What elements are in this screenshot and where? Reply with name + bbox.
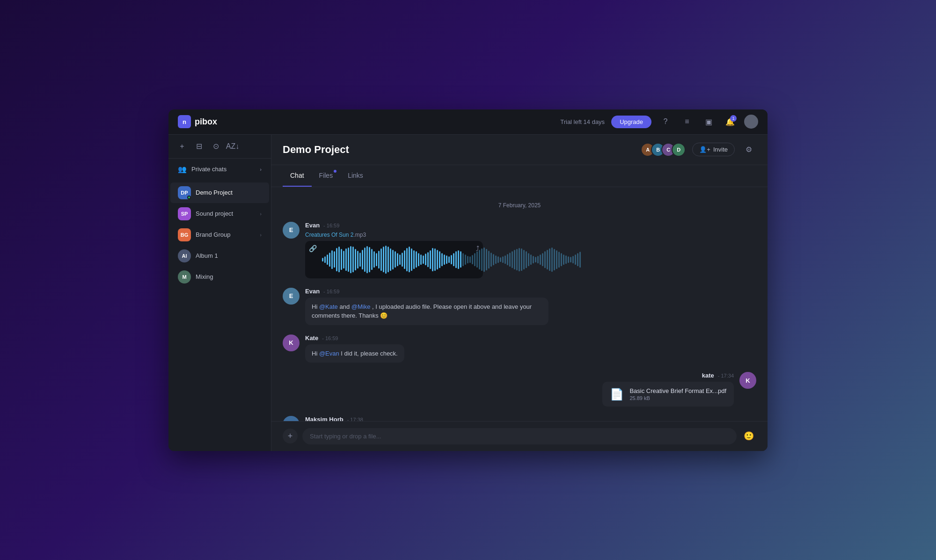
help-icon[interactable]: ? (658, 114, 673, 129)
tab-chat[interactable]: Chat (283, 165, 312, 187)
audio-file-label: Creatures Of Sun 2.mp3 (305, 232, 548, 238)
emoji-button[interactable]: 🙂 (741, 429, 756, 444)
sidebar-avatar-mixing: M (178, 270, 191, 284)
message-group-audio: E Evan - 16:59 Creatures Of Sun 2.mp3 🔗 … (283, 222, 756, 278)
notification-icon[interactable]: 🔔 1 (723, 114, 738, 129)
chat-input-area: + 🙂 (271, 421, 768, 451)
msg-header-evan: Evan - 16:59 (305, 222, 548, 229)
file-name: Basic Creative Brief Format Ex...pdf (629, 387, 726, 394)
content-header: Demo Project A B C D 👤+ Invite ⚙ (271, 135, 768, 165)
sidebar-avatar-brand-group: BG (178, 228, 191, 241)
mention-mike: @Mike (351, 303, 371, 310)
mention-kate: @Kate (319, 303, 338, 310)
clock-icon[interactable]: ⊙ (210, 140, 222, 153)
message-group-kate: K Kate - 16:59 Hi @Evan I did it, please… (283, 335, 756, 363)
date-divider: 7 February, 2025 (283, 202, 756, 209)
mention-evan: @Evan (319, 350, 339, 357)
tab-files[interactable]: Files (312, 165, 341, 187)
invite-button[interactable]: 👤+ Invite (692, 143, 735, 156)
topbar: n pibox Trial left 14 days Upgrade ? ≡ ▣… (168, 109, 768, 135)
msg-time-maksim: - 17:38 (347, 417, 363, 421)
file-icon: 📄 (610, 388, 624, 401)
message-group-maksim: MH Maksim Horb - 17:38 Hi all! Thanks fo… (283, 416, 756, 421)
msg-time-kate: - 16:59 (322, 335, 338, 341)
msg-content-audio: Evan - 16:59 Creatures Of Sun 2.mp3 🔗 ⤴ (305, 222, 548, 278)
msg-avatar-evan: E (283, 222, 300, 239)
sidebar-item-brand-group[interactable]: BG Brand Group › (170, 225, 269, 245)
msg-bubble-evan2: Hi @Kate and @Mike , I uploaded audio fi… (305, 298, 548, 325)
tab-links[interactable]: Links (340, 165, 371, 187)
item-chevron: › (260, 232, 262, 238)
member-avatar-4: D (672, 143, 686, 157)
sidebar-avatar-demo-project: DP (178, 186, 191, 199)
app-logo: n pibox (178, 115, 560, 128)
item-chevron: › (260, 211, 262, 217)
file-attachment[interactable]: 📄 Basic Creative Brief Format Ex...pdf 2… (602, 382, 734, 407)
msg-sender-kate2: kate (702, 372, 714, 379)
message-group-file: K kate - 17:34 📄 Basic Creative Brief Fo… (283, 372, 756, 407)
msg-header-maksim: Maksim Horb - 17:38 (305, 416, 548, 421)
add-attachment-button[interactable]: + (283, 429, 298, 444)
online-indicator (187, 196, 191, 199)
msg-content-maksim: Maksim Horb - 17:38 Hi all! Thanks for s… (305, 416, 548, 421)
member-avatars: A B C D (641, 143, 686, 157)
link-icon: 🔗 (309, 245, 317, 252)
msg-sender-kate: Kate (305, 335, 318, 342)
sidebar-item-album1[interactable]: Al Album 1 (170, 246, 269, 266)
msg-avatar-kate2: K (739, 372, 756, 389)
private-chats-section: 👥 Private chats › (168, 159, 271, 180)
sidebar-label-brand-group: Brand Group (196, 231, 255, 238)
notification-badge: 1 (730, 115, 737, 122)
people-icon: 👥 (178, 165, 187, 174)
sidebar-item-mixing[interactable]: M Mixing (170, 267, 269, 287)
msg-sender-evan: Evan (305, 222, 320, 229)
app-name: pibox (195, 117, 217, 127)
settings-button[interactable]: ⚙ (741, 142, 756, 157)
tabs: Chat Files Links (271, 165, 768, 187)
invite-label: Invite (713, 146, 728, 153)
msg-header-evan2: Evan - 16:59 (305, 288, 548, 295)
user-avatar[interactable] (744, 115, 758, 129)
project-title: Demo Project (283, 144, 349, 156)
sidebar: + ⊟ ⊙ AZ↓ 👥 Private chats › DP (168, 135, 271, 451)
invite-icon: 👤+ (699, 146, 710, 153)
menu-icon[interactable]: ≡ (680, 114, 695, 129)
section-chevron: › (260, 167, 262, 172)
msg-avatar-maksim: MH (283, 416, 300, 421)
msg-bubble-kate: Hi @Evan I did it, please check. (305, 344, 404, 363)
msg-avatar-kate: K (283, 335, 300, 351)
main-layout: + ⊟ ⊙ AZ↓ 👥 Private chats › DP (168, 135, 768, 451)
sidebar-label-mixing: Mixing (196, 273, 262, 280)
message-group-evan2: E Evan - 16:59 Hi @Kate and @Mike , I up… (283, 288, 756, 325)
sidebar-avatar-sound-project: SP (178, 207, 191, 220)
sort-icon[interactable]: AZ↓ (227, 140, 239, 153)
audio-player[interactable]: 🔗 ⤴ (305, 241, 483, 278)
upgrade-button[interactable]: Upgrade (611, 116, 651, 128)
inbox-icon[interactable]: ▣ (701, 114, 716, 129)
files-tab-dot (334, 170, 336, 173)
sidebar-avatar-album1: Al (178, 249, 191, 262)
trial-text: Trial left 14 days (560, 118, 605, 125)
sidebar-toolbar: + ⊟ ⊙ AZ↓ (168, 135, 271, 159)
app-window: n pibox Trial left 14 days Upgrade ? ≡ ▣… (168, 109, 768, 451)
msg-content-kate: Kate - 16:59 Hi @Evan I did it, please c… (305, 335, 548, 363)
file-size: 25.89 kB (629, 395, 726, 401)
sidebar-item-sound-project[interactable]: SP Sound project › (170, 204, 269, 224)
file-info: Basic Creative Brief Format Ex...pdf 25.… (629, 387, 726, 401)
sidebar-item-demo-project[interactable]: DP Demo Project (170, 182, 269, 203)
logo-icon: n (178, 115, 191, 128)
sidebar-label-demo-project: Demo Project (196, 189, 262, 196)
content-area: Demo Project A B C D 👤+ Invite ⚙ (271, 135, 768, 451)
filter-icon[interactable]: ⊟ (193, 140, 205, 153)
waveform (310, 246, 478, 274)
header-right: A B C D 👤+ Invite ⚙ (641, 142, 756, 157)
chat-input[interactable] (302, 428, 737, 444)
msg-time-kate2: - 17:34 (718, 373, 734, 378)
msg-content-file: kate - 17:34 📄 Basic Creative Brief Form… (490, 372, 734, 407)
sidebar-items: DP Demo Project SP Sound project › BG Br… (168, 180, 271, 290)
msg-content-evan2: Evan - 16:59 Hi @Kate and @Mike , I uplo… (305, 288, 548, 325)
private-chats-header[interactable]: 👥 Private chats › (170, 160, 269, 178)
add-button[interactable]: + (176, 140, 188, 153)
msg-sender-evan2: Evan (305, 288, 320, 295)
msg-avatar-evan2: E (283, 288, 300, 305)
